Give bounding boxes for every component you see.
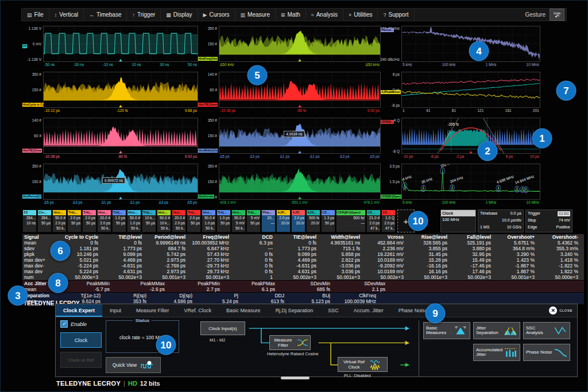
descriptor-trk-7[interactable]: Trk(...1.0 ps50 µs: [112, 209, 126, 232]
descriptor-title: Trk(...: [247, 210, 260, 215]
plot-hist-width[interactable]: 4.9934 ns: [219, 118, 381, 154]
basic-measures-button[interactable]: Basic Measures: [423, 322, 470, 339]
trigger-summary-box[interactable]: TriggerC1 DC Stop74 mV EdgePositive: [525, 209, 572, 232]
clock-inputs-button[interactable]: Clock Input(s): [200, 321, 245, 335]
jitter-separation-button[interactable]: Jitter Separation: [473, 322, 520, 339]
descriptor-trk-9[interactable]: Trk(...10 k...50 µs: [142, 209, 156, 232]
x-tick: Δ5 ps: [187, 200, 197, 207]
descriptor-hist-3[interactable]: Hist...50.0 #2.0 ps50 k..: [52, 209, 67, 232]
menu-vertical[interactable]: ↕Vertical: [49, 9, 84, 21]
table-cell: 9.9996149 ns: [145, 240, 189, 246]
menu-analysis[interactable]: ≈Analysis: [306, 9, 343, 21]
clock-expert-dialog: Clock ExpertInputMeasure FilterVRef. Clo…: [55, 304, 578, 377]
ssc-analysis-button[interactable]: SSC Analysis: [523, 322, 570, 339]
menu-utilities[interactable]: ×Utilities: [343, 9, 378, 21]
enable-checkbox[interactable]: ✓: [60, 320, 68, 328]
descriptor-hist-11[interactable]: Hist...20.0 #2.0 ps50 k..: [172, 209, 186, 232]
x-tick: Δ5 ps: [220, 154, 230, 161]
menu-measure[interactable]: ▥Measure: [235, 9, 276, 21]
descriptor-ajs-20[interactable]: AJS...500 fs20.0/: [306, 209, 320, 232]
y-axis-labels: 350 #150 #-50 #: [198, 26, 219, 69]
descriptor-ce-21[interactable]: CE...1.3 ps50 µs: [321, 209, 335, 232]
menu-timebase[interactable]: ↔Timebase: [84, 9, 127, 21]
descriptor-hist-10[interactable]: Hist...50.0 #10 k...50 k..: [157, 209, 171, 232]
descriptor-clo-2[interactable]: Clo...284...50 µs: [37, 209, 52, 232]
descriptor-hist-13[interactable]: Hist...50.0 #1.0 ps50 k..: [202, 209, 216, 232]
descriptor-pha-17[interactable]: Pha...20...—: [261, 209, 276, 232]
x-tick: -80 fs: [297, 108, 306, 115]
descriptor-trk-16[interactable]: Trk(...5 mV50 µs: [246, 209, 261, 232]
vertical-icon: ↕: [55, 12, 57, 18]
table-cell: 2.7 ps: [168, 286, 223, 292]
phase-noise-button[interactable]: Phase Noise: [523, 344, 570, 361]
descriptor-title: Hist...: [127, 210, 141, 215]
quick-view-button[interactable]: Quick View: [106, 357, 161, 373]
descriptor-ajp-18[interactable]: AJP...2.0 ps20.0/: [276, 209, 291, 232]
tab-vref-clock[interactable]: VRef. Clock: [177, 304, 219, 317]
timebase-summary-box[interactable]: Timebase0.0 µs 10.0 µs/div 1 MS10 GS/s: [478, 209, 524, 232]
descriptor-trk-5[interactable]: Trk(...2.0 ps50 µs: [82, 209, 96, 232]
menu-support[interactable]: ?Support: [378, 9, 414, 21]
menu-label: Timebase: [96, 11, 122, 18]
descriptor-trk-14[interactable]: Trk(...1.0 ps50 µs: [216, 209, 231, 232]
trace-label: CERjBUjSpect: [381, 195, 401, 199]
clock-mode-button[interactable]: Clock: [60, 332, 102, 348]
tab-measure-filter[interactable]: Measure Filter: [129, 304, 177, 317]
descriptor-cerjbujspect-22[interactable]: CERjBUjSpect500 fs/—: [336, 209, 366, 232]
menu-cursors[interactable]: ▶Cursors: [198, 9, 235, 21]
plot-rjdj-bathtub[interactable]: -395 fs: [401, 118, 540, 154]
menu-display[interactable]: ▦Display: [161, 9, 198, 21]
undo-button[interactable]: Undo ↶: [550, 9, 564, 21]
measure-filter-button[interactable]: Measure Filter: [269, 335, 311, 350]
descriptor-hist-8[interactable]: Hist...50.0 #1.0 ps50 k..: [127, 209, 141, 232]
table-cell: 4.469 ps: [276, 257, 320, 263]
annotation: -395 fs: [447, 122, 459, 126]
tab-ssc[interactable]: SSC: [320, 304, 346, 317]
virtual-ref-clock-button[interactable]: Virtual Ref Clock: [338, 357, 388, 372]
descriptor-ce-23[interactable]: CE...21.0 #2.0 ps47 k..: [366, 209, 381, 232]
callout-6: 6: [51, 241, 71, 261]
ssc-analysis-icon: [554, 325, 567, 336]
tab-clock-expert[interactable]: Clock Expert: [56, 304, 102, 317]
table-cell: 2.822 ps: [320, 257, 363, 263]
plot-hist-tie-pink[interactable]: [43, 118, 198, 154]
plot-hist-freq[interactable]: [219, 26, 381, 62]
menu-math[interactable]: ⊞Math: [276, 9, 306, 21]
basic-measures-icon: [454, 325, 467, 336]
clock-summary-box[interactable]: Clock 100 MHz: [440, 209, 476, 232]
plot-bu-jitter-spectrum[interactable]: 4 kHz35 kHz102 kHz204 kHz4.688 MHz14.844…: [401, 164, 540, 200]
tab-input[interactable]: Input: [102, 304, 129, 317]
y-tick: 150 #: [32, 180, 41, 184]
gesture-handle[interactable]: [281, 377, 310, 379]
plot-clock-wave[interactable]: [43, 26, 198, 62]
tab-rj-dj-separation[interactable]: Rj,Dj Separation: [268, 304, 321, 317]
plot-hist-vcross[interactable]: [219, 164, 381, 200]
table-cell: -2.769 ps: [145, 263, 189, 269]
descriptor-ajp-19[interactable]: AJP...2.0 ps20.0/: [291, 209, 305, 232]
descriptor-trk-4[interactable]: Trk(...2.0 ps50 µs: [67, 209, 82, 232]
menu-file[interactable]: ▤File: [22, 9, 49, 21]
y-tick: 1.136 V: [29, 26, 41, 30]
descriptor-hist-15[interactable]: Hist...50.0 #5 mV50 k..: [231, 209, 246, 232]
descriptor-z3-1[interactable]: Z3284...10 ns: [22, 209, 37, 232]
clock-vs-ref-button[interactable]: Clock vs Ref: [60, 352, 102, 368]
plot-hist-cycle-to-cycle[interactable]: [43, 72, 198, 108]
table-cell: 32.95 ps: [451, 251, 494, 257]
enable-checkbox-row[interactable]: ✓ Enable: [60, 320, 102, 328]
table-cell: 3.036 ps: [320, 269, 363, 274]
descriptor-trk-12[interactable]: Trk(...2.0 ps50 µs: [187, 209, 201, 232]
descriptor-hist-6[interactable]: Hist...20.0 #2.0 ps50 k..: [97, 209, 111, 232]
plot-hist-period[interactable]: 9.99972 ns: [43, 164, 198, 200]
descriptor-ce-24[interactable]: CE...1.0 Q2.0 ps47 k..: [381, 209, 396, 232]
tab-accum-jitter[interactable]: Accum. Jitter: [346, 304, 391, 317]
accumulated-jitter-button[interactable]: Accumulated Jitter: [473, 344, 520, 361]
menu-trigger[interactable]: ↑Trigger: [127, 9, 161, 21]
plot-hist-tie-red[interactable]: [219, 72, 381, 108]
plot-accum-jitter-tracks[interactable]: [401, 72, 540, 108]
descriptor-title: Trk(...: [142, 210, 156, 215]
tab-basic-measure[interactable]: Basic Measure: [219, 304, 268, 317]
close-button[interactable]: ✕ CLOSE: [549, 304, 577, 317]
trace-label: AJPeakMinus: [381, 90, 401, 94]
descriptor-title: Hist...: [232, 210, 245, 215]
table-cell: max dev: [22, 269, 58, 274]
